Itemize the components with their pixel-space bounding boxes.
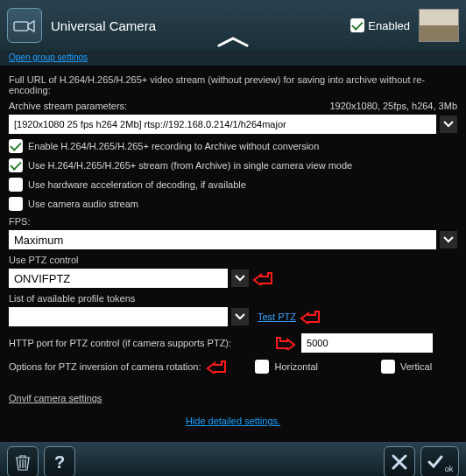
chk-horizontal[interactable] bbox=[255, 360, 269, 374]
camera-icon bbox=[7, 8, 42, 43]
lbl-vertical: Vertical bbox=[400, 361, 432, 372]
chk-vertical[interactable] bbox=[381, 360, 395, 374]
use-ptz-label: Use PTZ control bbox=[9, 255, 457, 265]
http-port-input[interactable] bbox=[301, 333, 433, 353]
ok-suffix: ok bbox=[445, 465, 454, 476]
red-arrow-icon bbox=[252, 271, 273, 285]
archive-params-value: 1920x1080, 25fps, h264, 3Mb bbox=[329, 101, 457, 111]
hide-settings-link[interactable]: Hide detailed settings. bbox=[9, 416, 457, 426]
archive-url-dropdown[interactable] bbox=[440, 116, 457, 133]
ok-button[interactable]: ok bbox=[420, 446, 459, 476]
enabled-label: Enabled bbox=[368, 19, 410, 32]
archive-params-label: Archive stream parameters: bbox=[9, 101, 127, 111]
fps-dropdown[interactable] bbox=[440, 231, 457, 248]
camera-preview[interactable] bbox=[419, 9, 459, 42]
onvif-settings-link[interactable]: Onvif camera settings bbox=[9, 393, 102, 403]
svg-rect-0 bbox=[14, 22, 28, 31]
enabled-checkbox[interactable] bbox=[350, 18, 364, 32]
cancel-button[interactable] bbox=[384, 446, 415, 476]
header-bar: Universal Camera Enabled bbox=[0, 0, 466, 51]
tokens-label: List of available profile tokens bbox=[9, 293, 457, 304]
archive-url-select[interactable]: [1920x1080 25 fps h264 2Mb] rtsp://192.1… bbox=[9, 115, 436, 134]
chk-hw-accel[interactable] bbox=[9, 178, 23, 192]
enabled-toggle[interactable]: Enabled bbox=[350, 18, 410, 32]
red-arrow-icon bbox=[300, 310, 321, 324]
delete-button[interactable] bbox=[7, 446, 39, 476]
chk-audio[interactable] bbox=[9, 197, 23, 211]
lbl-use-archive-single: Use H.264/H.265/H.265+ stream (from Arch… bbox=[28, 160, 352, 171]
chevron-up-icon[interactable] bbox=[215, 35, 251, 47]
red-arrow-icon bbox=[275, 336, 296, 350]
chk-enable-recording[interactable] bbox=[9, 139, 23, 153]
chk-use-archive-single[interactable] bbox=[9, 158, 23, 172]
inversion-label: Options for PTZ inversion of camera rota… bbox=[9, 361, 201, 372]
settings-panel: Full URL of H.264/H.265/H.265+ video str… bbox=[0, 66, 466, 442]
ptz-dropdown[interactable] bbox=[231, 270, 249, 287]
tokens-select[interactable] bbox=[9, 307, 228, 326]
page-title: Universal Camera bbox=[51, 18, 156, 33]
footer-bar: ? ok bbox=[0, 442, 466, 476]
red-arrow-icon bbox=[206, 360, 227, 374]
ptz-select[interactable]: ONVIFPTZ bbox=[9, 269, 228, 288]
lbl-horizontal: Horizontal bbox=[274, 361, 318, 372]
tokens-dropdown[interactable] bbox=[231, 308, 249, 326]
fps-select[interactable]: Maximum bbox=[9, 230, 436, 249]
fps-label: FPS: bbox=[9, 216, 457, 227]
lbl-enable-recording: Enable H.264/H.265/H.265+ recording to A… bbox=[28, 141, 319, 151]
desc-line: Full URL of H.264/H.265/H.265+ video str… bbox=[9, 74, 457, 95]
lbl-audio: Use camera audio stream bbox=[28, 199, 138, 209]
help-button[interactable]: ? bbox=[44, 446, 75, 476]
lbl-hw-accel: Use hardware acceleration of decoding, i… bbox=[28, 179, 246, 190]
http-port-label: HTTP port for PTZ control (if camera sup… bbox=[9, 338, 231, 348]
test-ptz-link[interactable]: Test PTZ bbox=[258, 312, 296, 322]
open-group-settings-link[interactable]: Open group settings bbox=[0, 51, 466, 66]
